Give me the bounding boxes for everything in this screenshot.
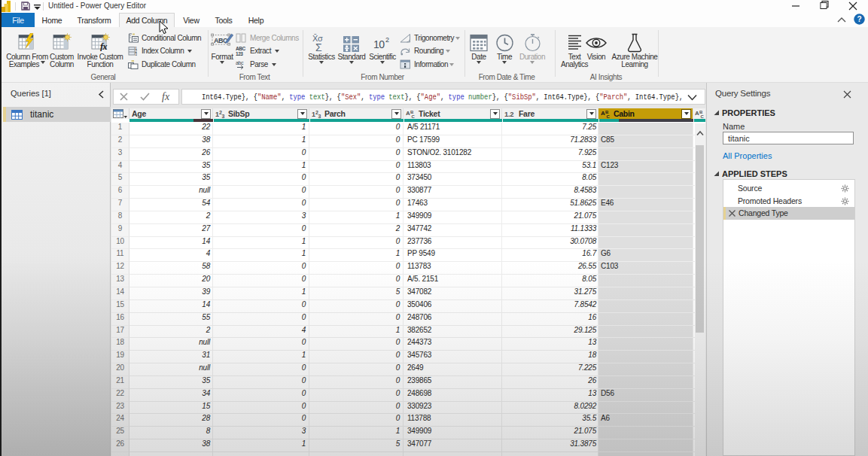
svg-text:123: 123 xyxy=(236,51,243,56)
svg-text:3: 3 xyxy=(136,53,138,56)
svg-text:fx: fx xyxy=(100,41,108,52)
svg-text:ABC: ABC xyxy=(236,46,245,51)
svg-text:C: C xyxy=(607,114,611,118)
svg-text:1.2: 1.2 xyxy=(504,110,513,118)
svg-text:B: B xyxy=(699,110,703,114)
svg-text:C: C xyxy=(412,114,416,118)
svg-text:B: B xyxy=(410,110,414,114)
svg-text:2: 2 xyxy=(385,36,389,44)
svg-text:3: 3 xyxy=(318,114,321,118)
svg-text:C: C xyxy=(701,114,705,118)
svg-text:B: B xyxy=(605,110,609,114)
svg-text:?: ? xyxy=(857,15,861,23)
svg-text:Σ: Σ xyxy=(315,41,322,53)
svg-text:3: 3 xyxy=(222,114,225,118)
svg-text:10: 10 xyxy=(373,38,385,50)
svg-text:abc: abc xyxy=(236,60,244,65)
